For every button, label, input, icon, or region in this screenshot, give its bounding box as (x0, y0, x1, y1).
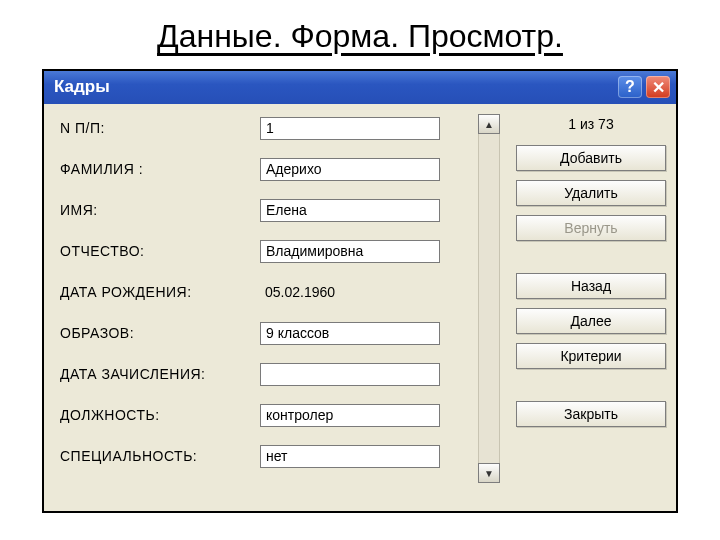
input-imya[interactable]: Елена (260, 199, 440, 222)
add-button[interactable]: Добавить (516, 145, 666, 171)
back-button[interactable]: Назад (516, 273, 666, 299)
window-body: N П/П: 1 ФАМИЛИЯ : Адерихо ИМЯ: Елена ОТ… (44, 104, 676, 511)
scroll-up-icon[interactable]: ▲ (478, 114, 500, 134)
scroll-down-icon[interactable]: ▼ (478, 463, 500, 483)
titlebar: Кадры ? ✕ (44, 71, 676, 104)
input-datezach[interactable] (260, 363, 440, 386)
label-otchestvo: ОТЧЕСТВО: (60, 243, 260, 259)
input-obrazov[interactable]: 9 классов (260, 322, 440, 345)
form-column: N П/П: 1 ФАМИЛИЯ : Адерихо ИМЯ: Елена ОТ… (60, 114, 472, 483)
label-familiya: ФАМИЛИЯ : (60, 161, 260, 177)
scroll-track[interactable] (478, 134, 500, 463)
input-dolzh[interactable]: контролер (260, 404, 440, 427)
criteria-button[interactable]: Критерии (516, 343, 666, 369)
input-spec[interactable]: нет (260, 445, 440, 468)
restore-button: Вернуть (516, 215, 666, 241)
window-title: Кадры (54, 77, 614, 97)
record-counter: 1 из 73 (516, 114, 666, 136)
close-button[interactable]: Закрыть (516, 401, 666, 427)
value-dob: 05.02.1960 (260, 283, 340, 301)
label-obrazov: ОБРАЗОВ: (60, 325, 260, 341)
page-title: Данные. Форма. Просмотр. (0, 0, 720, 69)
next-button[interactable]: Далее (516, 308, 666, 334)
scrollbar[interactable]: ▲ ▼ (478, 114, 500, 483)
input-npp[interactable]: 1 (260, 117, 440, 140)
label-datezach: ДАТА ЗАЧИСЛЕНИЯ: (60, 366, 260, 382)
help-button[interactable]: ? (618, 76, 642, 98)
input-familiya[interactable]: Адерихо (260, 158, 440, 181)
label-spec: СПЕЦИАЛЬНОСТЬ: (60, 448, 260, 464)
form-window: Кадры ? ✕ N П/П: 1 ФАМИЛИЯ : Адерихо ИМЯ… (42, 69, 678, 513)
close-icon[interactable]: ✕ (646, 76, 670, 98)
label-dolzh: ДОЛЖНОСТЬ: (60, 407, 260, 423)
button-column: 1 из 73 Добавить Удалить Вернуть Назад Д… (516, 114, 666, 483)
label-dob: ДАТА РОЖДЕНИЯ: (60, 284, 260, 300)
input-otchestvo[interactable]: Владимировна (260, 240, 440, 263)
label-npp: N П/П: (60, 120, 260, 136)
label-imya: ИМЯ: (60, 202, 260, 218)
delete-button[interactable]: Удалить (516, 180, 666, 206)
